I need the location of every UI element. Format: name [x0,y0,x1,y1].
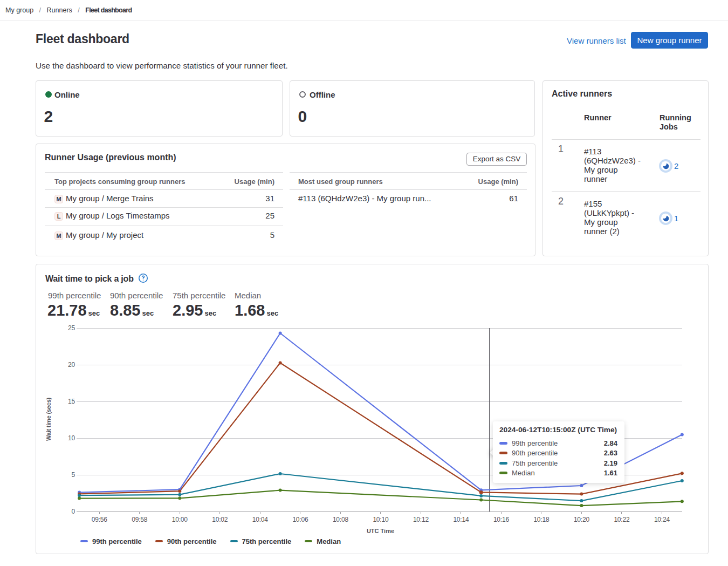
svg-text:10:14: 10:14 [453,516,469,523]
svg-text:10:00: 10:00 [172,516,188,523]
svg-text:10:12: 10:12 [413,516,429,523]
svg-text:UTC Time: UTC Time [367,528,394,534]
svg-text:09:56: 09:56 [92,516,108,523]
svg-text:25: 25 [68,324,75,332]
svg-text:15: 15 [68,398,75,405]
svg-text:20: 20 [68,361,75,369]
svg-text:Wait time (secs): Wait time (secs) [45,397,52,441]
svg-text:10:22: 10:22 [614,516,630,523]
svg-text:10:20: 10:20 [574,516,590,523]
svg-text:10: 10 [68,434,75,442]
svg-text:10:10: 10:10 [373,516,389,523]
svg-text:0: 0 [72,508,75,515]
svg-text:10:08: 10:08 [333,516,349,523]
svg-text:10:04: 10:04 [252,516,269,523]
svg-text:10:06: 10:06 [292,516,308,523]
svg-text:10:02: 10:02 [212,516,228,523]
svg-text:5: 5 [72,471,75,479]
svg-text:09:58: 09:58 [132,516,148,523]
svg-text:10:24: 10:24 [654,516,670,523]
svg-text:10:18: 10:18 [533,516,550,523]
svg-text:10:16: 10:16 [493,516,510,523]
